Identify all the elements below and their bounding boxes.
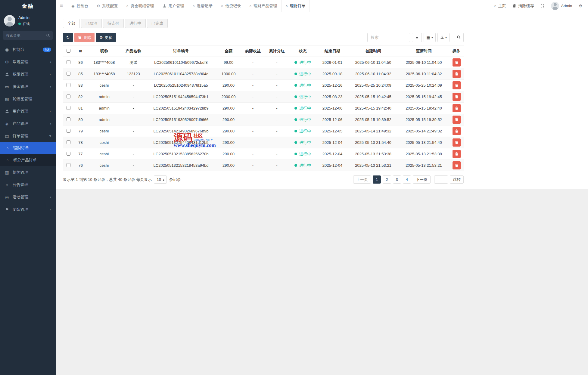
cell-order-no: LC2025051321533856256270b [146, 148, 216, 160]
row-checkbox[interactable] [67, 95, 70, 98]
page-size-select[interactable]: 10 ▴ [154, 175, 167, 184]
page-button[interactable]: 2 [383, 175, 391, 184]
cell-actions [449, 103, 464, 114]
table-row: 85183****4058123123LC202506101104325738a… [63, 68, 464, 80]
row-checkbox[interactable] [67, 117, 70, 121]
table-row: 79ceshi-LC20250514214932689676b9b290.00-… [63, 126, 464, 137]
delete-button[interactable]: 删除 [74, 33, 95, 42]
status-badge: 进行中 [294, 163, 311, 168]
clear-cache-link[interactable]: 清除缓存 [509, 0, 537, 12]
sidebar-item[interactable]: ◈产品管理‹ [0, 117, 56, 130]
delete-row-button[interactable] [453, 81, 461, 89]
menu-search-input[interactable] [3, 31, 53, 40]
row-checkbox[interactable] [67, 72, 70, 76]
nav-tab[interactable]: 用户管理 [158, 0, 188, 12]
jump-page-input[interactable] [434, 175, 448, 184]
row-checkbox[interactable] [67, 129, 70, 133]
nav-tab[interactable]: ○借贷记录 [217, 0, 245, 12]
table-row: 83ceshi-LC202505251024094376f15a5290.00-… [63, 80, 464, 91]
more-button[interactable]: ⚙ 更多 [96, 33, 116, 42]
page-button[interactable]: 1 [373, 175, 381, 184]
delete-row-button[interactable] [453, 161, 461, 169]
sidebar-item-label: 控制台 [13, 47, 24, 52]
filter-tab[interactable]: 待支付 [103, 19, 124, 28]
sidebar-item[interactable]: ▤订单管理▾ [0, 130, 56, 142]
cell-order-no: LC202505132154408431d12b5 [146, 137, 216, 148]
settings-button[interactable]: ⚙ [575, 0, 586, 12]
row-checkbox[interactable] [67, 83, 70, 87]
delete-row-button[interactable] [453, 104, 461, 112]
prev-page-button[interactable]: 上一页 [353, 175, 371, 184]
next-page-button[interactable]: 下一页 [413, 175, 431, 184]
row-checkbox[interactable] [67, 152, 70, 156]
sidebar-subitem[interactable]: ○积分产品订单 [0, 154, 56, 166]
sidebar-item[interactable]: ▭资金管理‹ [0, 80, 56, 93]
table-search-input[interactable] [367, 33, 410, 42]
status-badge: 进行中 [294, 94, 311, 100]
chevron-left-icon: ‹ [50, 122, 51, 126]
delete-row-button[interactable] [453, 93, 461, 101]
select-all-header [63, 45, 74, 57]
cell-nickname: ceshi [87, 148, 121, 160]
search-toggle-button[interactable] [454, 33, 464, 42]
user-panel[interactable]: Admin 在线 [0, 13, 56, 30]
sidebar-item[interactable]: ▧轮播图管理 [0, 93, 56, 105]
cell-product: - [121, 160, 146, 171]
filter-tab[interactable]: 已取消 [81, 19, 102, 28]
sidebar-item[interactable]: ▥新闻管理 [0, 166, 56, 178]
view-toggle-button[interactable]: ≡ [412, 33, 422, 42]
delete-row-button[interactable] [453, 116, 461, 124]
row-checkbox[interactable] [67, 60, 70, 64]
delete-row-button[interactable] [453, 138, 461, 147]
sidebar-item[interactable]: ◎活动管理‹ [0, 191, 56, 203]
caret-down-icon: ▾ [445, 36, 447, 39]
page-button[interactable]: 3 [393, 175, 401, 184]
home-link[interactable]: ⌂ 主页 [491, 0, 509, 12]
row-checkbox[interactable] [67, 140, 70, 144]
sidebar-item[interactable]: ○公告管理 [0, 178, 56, 191]
row-checkbox[interactable] [67, 106, 70, 110]
nav-tab[interactable]: ○理财产品管理 [245, 0, 281, 12]
filter-tab[interactable]: 全部 [63, 19, 80, 28]
delete-row-button[interactable] [453, 150, 461, 158]
nav-tab[interactable]: ○邀请记录 [188, 0, 217, 12]
row-checkbox[interactable] [67, 163, 70, 167]
refresh-button[interactable]: ↻ [63, 33, 73, 42]
gear-icon: ⚙ [99, 36, 103, 39]
fullscreen-button[interactable] [537, 0, 548, 12]
sidebar-item-label: 用户管理 [13, 109, 28, 114]
filter-tab[interactable]: 已完成 [147, 19, 168, 28]
cell-id: 81 [74, 103, 87, 114]
nav-tab[interactable]: ◉控制台 [67, 0, 92, 12]
sidebar-item[interactable]: ⚑团队管理‹ [0, 203, 56, 215]
nav-tab[interactable]: ○理财订单 [281, 0, 310, 12]
page-button[interactable]: 4 [403, 175, 411, 184]
navbar-right: ⌂ 主页 清除缓存 Admin ⚙ [491, 0, 588, 12]
nav-tab[interactable]: ○资金明细管理 [122, 0, 158, 12]
jump-button[interactable]: 跳转 [450, 175, 464, 184]
sidebar-item[interactable]: ⚙常规管理‹ [0, 56, 56, 68]
cell-amount: 290.00 [216, 137, 241, 148]
sidebar-item[interactable]: 权限管理‹ [0, 68, 56, 80]
team-icon: ⚑ [5, 207, 9, 212]
menu-icon[interactable]: ≡ [56, 0, 67, 12]
nav-tab[interactable]: ⚙系统配置 [92, 0, 122, 12]
delete-row-button[interactable] [453, 58, 461, 67]
user-menu[interactable]: Admin [548, 0, 575, 12]
sidebar-item[interactable]: ◉控制台hot [0, 43, 56, 56]
chevron-down-icon: ▾ [49, 134, 51, 138]
delete-row-button[interactable] [453, 70, 461, 78]
filter-tab[interactable]: 进行中 [125, 19, 146, 28]
cell-id: 76 [74, 160, 87, 171]
sidebar-item[interactable]: 用户管理‹ [0, 105, 56, 117]
columns-button[interactable]: ▦ ▾ [424, 33, 436, 42]
cell-dividend: - [265, 80, 289, 91]
status-label: 进行中 [299, 129, 311, 134]
select-all-checkbox[interactable] [67, 49, 70, 53]
delete-row-button[interactable] [453, 127, 461, 135]
cell-end-date: 2025-12-06 [317, 114, 348, 126]
main-area: ≡ ◉控制台⚙系统配置○资金明细管理用户管理○邀请记录○借贷记录○理财产品管理○… [56, 0, 588, 189]
sidebar-subitem[interactable]: ○理财订单 [0, 142, 56, 154]
status-label: 进行中 [299, 140, 311, 145]
export-button[interactable]: ▾ [437, 33, 450, 42]
